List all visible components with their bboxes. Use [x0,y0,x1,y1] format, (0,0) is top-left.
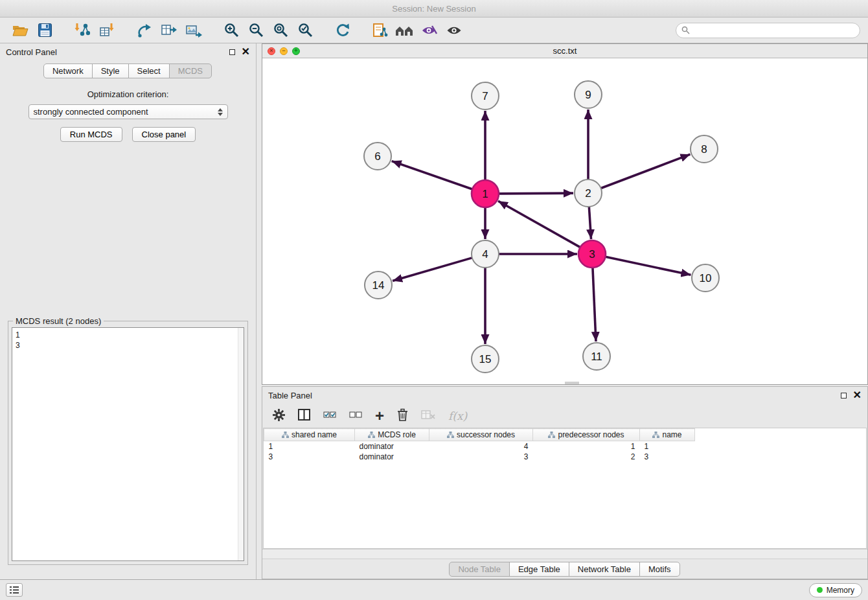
edge-1-2[interactable] [499,193,573,194]
table-cell[interactable]: 3 [429,452,533,462]
edge-3-11[interactable] [593,268,596,341]
tab-select[interactable]: Select [128,63,170,78]
window-title: Session: New Session [392,4,475,14]
float-panel-icon[interactable] [229,49,235,55]
tab-node-table[interactable]: Node Table [449,562,510,577]
control-panel: Control Panel ✕ NetworkStyleSelectMCDS O… [0,43,257,579]
zoom-out-button[interactable] [246,20,266,41]
column-label: successor nodes [457,430,515,439]
table-cell[interactable]: 4 [429,441,533,452]
delete-table-button [421,410,435,422]
import-table-button[interactable] [97,20,117,41]
trash-icon [397,408,408,421]
edge-3-1[interactable] [498,201,580,247]
new-network-button[interactable] [134,20,155,41]
control-tabs: NetworkStyleSelectMCDS [0,63,256,78]
tab-motifs[interactable]: Motifs [639,562,680,577]
zoom-fit-button[interactable] [270,20,291,41]
select-all-icon [323,410,336,420]
ndex-browse-button[interactable] [394,20,415,41]
table-toolbar: + [262,404,867,428]
import-network-icon [74,23,90,38]
import-network-button[interactable] [72,20,93,41]
table-hscrollbar[interactable] [262,549,867,559]
tab-network[interactable]: Network [43,63,93,78]
network-canvas[interactable]: 7968124314101511 [262,58,867,384]
table-cell[interactable]: dominator [355,452,429,462]
tab-mcds[interactable]: MCDS [169,63,212,78]
edge-1-6[interactable] [392,161,472,189]
mcds-result-list[interactable]: 1 3 [12,327,244,561]
dropdown-arrows-icon [218,108,223,116]
table-row[interactable]: 1dominator411 [264,441,695,452]
select-all-button[interactable] [323,410,336,422]
tab-edge-table[interactable]: Edge Table [509,562,569,577]
task-history-button[interactable] [6,583,23,597]
table-cell[interactable]: 3 [264,452,355,462]
style-tools-button[interactable] [419,20,440,41]
table-cell[interactable]: 1 [533,441,640,452]
column-header-name[interactable]: name [640,429,695,441]
export-network-button[interactable] [370,20,391,41]
table-cell[interactable]: dominator [355,441,429,452]
criterion-dropdown[interactable]: strongly connected component [29,104,228,119]
table-cell[interactable]: 2 [533,452,640,462]
close-panel-button[interactable]: Close panel [132,127,196,142]
search-input[interactable] [693,26,854,35]
edge-4-14[interactable] [393,258,472,281]
table-cell[interactable]: 1 [264,441,355,452]
edge-2-8[interactable] [601,154,691,188]
column-header-shared-name[interactable]: shared name [264,429,355,441]
node-label-8: 8 [701,143,707,156]
column-header-mcds-role[interactable]: MCDS role [355,429,429,441]
table-settings-button[interactable] [273,409,285,423]
tab-style[interactable]: Style [92,63,129,78]
table-tabs: Node TableEdge TableNetwork TableMotifs [262,559,867,579]
node-label-3: 3 [589,248,595,260]
column-header-predecessor-nodes[interactable]: predecessor nodes [533,429,640,441]
add-column-button[interactable]: + [375,408,384,424]
delete-column-button[interactable] [397,408,408,423]
minimize-window-icon[interactable]: − [280,47,288,55]
column-tree-icon [548,432,555,438]
import-table-icon [100,23,115,38]
network-from-table-button[interactable] [159,20,179,41]
refresh-view-button[interactable] [332,20,353,41]
column-header-successor-nodes[interactable]: successor nodes [429,429,533,441]
node-label-11: 11 [591,351,602,363]
zoom-selected-button[interactable] [295,20,315,41]
open-session-button[interactable] [10,20,30,41]
memory-button[interactable]: Memory [809,583,862,597]
table-row[interactable]: 3dominator323 [264,452,695,462]
run-mcds-button[interactable]: Run MCDS [60,127,122,142]
edge-3-10[interactable] [606,257,691,275]
deselect-all-button[interactable] [349,410,362,422]
export-image-button[interactable] [183,20,204,41]
node-label-15: 15 [479,353,492,365]
tab-network-table[interactable]: Network Table [569,562,640,577]
main-toolbar [0,17,868,43]
zoom-in-button[interactable] [221,20,242,41]
close-window-icon[interactable]: × [268,47,275,55]
maximize-window-icon[interactable]: + [292,47,300,55]
show-graphics-details-button[interactable] [444,20,464,41]
search-box[interactable] [676,23,860,38]
panel-splitter[interactable] [257,43,262,579]
show-columns-button[interactable] [298,409,310,422]
show-graphics-details-icon [446,25,462,36]
edge-2-3[interactable] [589,207,591,239]
network-window-title: scc.txt [262,46,867,56]
column-tree-icon [447,432,454,438]
result-scrollbar[interactable] [238,328,244,560]
float-table-panel-icon[interactable] [841,393,847,398]
column-label: shared name [291,430,337,439]
columns-icon [298,409,310,421]
canvas-resize-grip[interactable] [565,382,579,384]
network-window: scc.txt × − + 7968124314101511 [262,43,868,385]
close-table-panel-icon[interactable]: ✕ [853,390,862,400]
table-cell[interactable]: 1 [640,441,695,452]
save-session-button[interactable] [34,20,55,41]
close-panel-icon[interactable]: ✕ [242,47,250,57]
main-area: Control Panel ✕ NetworkStyleSelectMCDS O… [0,43,868,579]
table-cell[interactable]: 3 [640,452,695,462]
